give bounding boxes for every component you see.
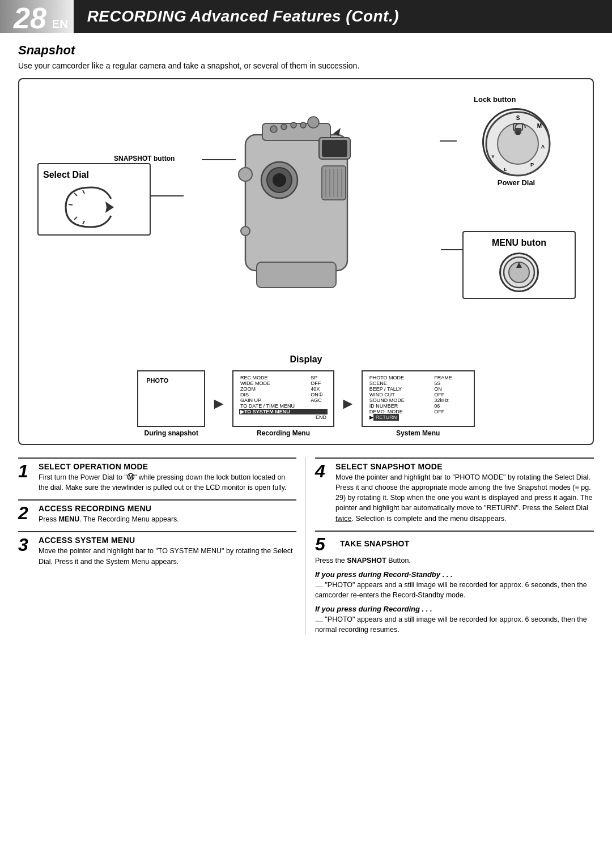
svg-line-24 xyxy=(69,204,73,205)
step-4-content: SELECT SNAPSHOT MODE Move the pointer an… xyxy=(335,462,594,524)
recording-menu-screen: REC MODESP WIDE MODEOFF ZOOM40X DISON① G… xyxy=(232,370,334,437)
steps-left-column: 1 SELECT OPERATION MODE First turn the P… xyxy=(18,457,306,635)
title-rest: Advanced Features (Cont.) xyxy=(190,7,399,25)
step-5-title: TAKE SNAPSHOT xyxy=(340,539,410,548)
screen-caption-3: System Menu xyxy=(362,429,475,437)
power-dial-label: Power Dial xyxy=(457,178,576,187)
menu-button-box: MENU buton xyxy=(462,231,576,299)
step-1-body: First turn the Power Dial to "Ⓜ" while p… xyxy=(39,472,296,493)
svg-text:L: L xyxy=(504,167,507,172)
diagram-box: SNAPSHOT button Select Dial xyxy=(18,78,594,445)
camcorder-illustration xyxy=(200,101,393,310)
step-2: 2 ACCESS RECORDING MENU Press MENU. The … xyxy=(18,499,296,524)
step-3-number: 3 xyxy=(18,536,34,554)
svg-line-27 xyxy=(83,221,84,224)
menu-screens-row: PHOTO During snapshot ► REC MODESP WIDE … xyxy=(26,370,586,437)
lock-button-label: Lock button xyxy=(474,95,576,104)
step-3-content: ACCESS SYSTEM MENU Move the pointer and … xyxy=(39,536,296,566)
step-4-title: SELECT SNAPSHOT MODE xyxy=(335,462,594,471)
snapshot-button-label: SNAPSHOT button xyxy=(114,155,175,163)
step-2-number: 2 xyxy=(18,504,34,522)
svg-rect-19 xyxy=(257,262,336,288)
svg-line-25 xyxy=(74,217,77,220)
power-dial-box: Lock button S M A P L Y xyxy=(457,95,576,187)
select-dial-box: Select Dial xyxy=(37,163,151,236)
svg-text:Y: Y xyxy=(491,154,495,159)
page-number: 28 xyxy=(0,0,51,33)
select-dial-graphic xyxy=(43,185,145,230)
page-header: 28 EN RECORDING Advanced Features (Cont.… xyxy=(0,0,612,33)
svg-text:P: P xyxy=(530,162,534,168)
display-label: Display xyxy=(26,354,586,365)
svg-point-4 xyxy=(273,173,286,187)
arrow-icon-1: ► xyxy=(211,395,227,413)
step-2-title: ACCESS RECORDING MENU xyxy=(39,504,179,513)
during-snapshot-screen: PHOTO During snapshot xyxy=(137,370,205,437)
step-4: 4 SELECT SNAPSHOT MODE Move the pointer … xyxy=(315,457,594,524)
select-dial-title: Select Dial xyxy=(43,170,145,180)
step-1-content: SELECT OPERATION MODE First turn the Pow… xyxy=(39,462,296,493)
step-4-number: 4 xyxy=(315,462,331,480)
svg-line-26 xyxy=(83,190,84,194)
svg-text:M: M xyxy=(537,123,542,129)
svg-point-13 xyxy=(270,126,277,132)
arrow-icon-2: ► xyxy=(340,395,356,413)
page-content: Snapshot Use your camcorder like a regul… xyxy=(0,33,612,648)
step-1-title: SELECT OPERATION MODE xyxy=(39,462,296,471)
step-2-content: ACCESS RECORDING MENU Press MENU. The Re… xyxy=(39,504,179,524)
power-dial-circle: S M A P L Y xyxy=(482,108,550,176)
svg-point-14 xyxy=(281,124,287,130)
svg-line-23 xyxy=(74,193,77,196)
step-4-body: Move the pointer and highlight bar to "P… xyxy=(335,472,594,524)
camcorder-area: SNAPSHOT button Select Dial xyxy=(26,89,586,350)
step-3-title: ACCESS SYSTEM MENU xyxy=(39,536,296,545)
svg-point-17 xyxy=(239,168,252,181)
step-5-number: 5 xyxy=(315,535,331,553)
step-5-note-1-body: .... "PHOTO" appears and a still image w… xyxy=(315,580,594,600)
page-title: RECORDING Advanced Features (Cont.) xyxy=(74,0,612,33)
screen-caption-1: During snapshot xyxy=(137,429,205,437)
step-3: 3 ACCESS SYSTEM MENU Move the pointer an… xyxy=(18,531,296,566)
step-5: 5 TAKE SNAPSHOT Press the SNAPSHOT Butto… xyxy=(315,531,594,635)
svg-text:S: S xyxy=(516,115,520,121)
section-description: Use your camcorder like a regular camera… xyxy=(18,61,594,70)
step-1-number: 1 xyxy=(18,462,34,480)
svg-point-18 xyxy=(241,226,250,236)
step-1: 1 SELECT OPERATION MODE First turn the P… xyxy=(18,457,296,493)
step-5-note-1-title: If you press during Record-Standby . . . xyxy=(315,570,594,579)
svg-marker-22 xyxy=(105,202,114,213)
menu-button-title: MENU buton xyxy=(469,238,569,248)
svg-point-15 xyxy=(291,122,296,128)
svg-rect-6 xyxy=(322,140,347,157)
step-2-body: Press MENU. The Recording Menu appears. xyxy=(39,514,179,524)
page-number-en: EN xyxy=(51,0,74,33)
svg-text:A: A xyxy=(541,144,545,149)
screen-caption-2: Recording Menu xyxy=(232,429,334,437)
step-5-body: Press the SNAPSHOT Button. xyxy=(315,555,594,566)
svg-point-16 xyxy=(300,122,306,128)
svg-point-21 xyxy=(308,117,319,128)
steps-right-column: 4 SELECT SNAPSHOT MODE Move the pointer … xyxy=(306,457,594,635)
system-menu-screen: PHOTO MODEFRAME SCENE5S BEEP / TALLYON W… xyxy=(362,370,475,437)
menu-button-circle xyxy=(499,253,539,292)
step-5-note-2-title: If you press during Recording . . . xyxy=(315,605,594,613)
steps-grid: 1 SELECT OPERATION MODE First turn the P… xyxy=(18,457,594,635)
step-3-body: Move the pointer and highlight bar to "T… xyxy=(39,546,296,566)
step-5-note-2-body: .... "PHOTO" appears and a still image w… xyxy=(315,614,594,635)
title-recording: RECORDING xyxy=(87,7,187,25)
section-title: Snapshot xyxy=(18,43,594,58)
